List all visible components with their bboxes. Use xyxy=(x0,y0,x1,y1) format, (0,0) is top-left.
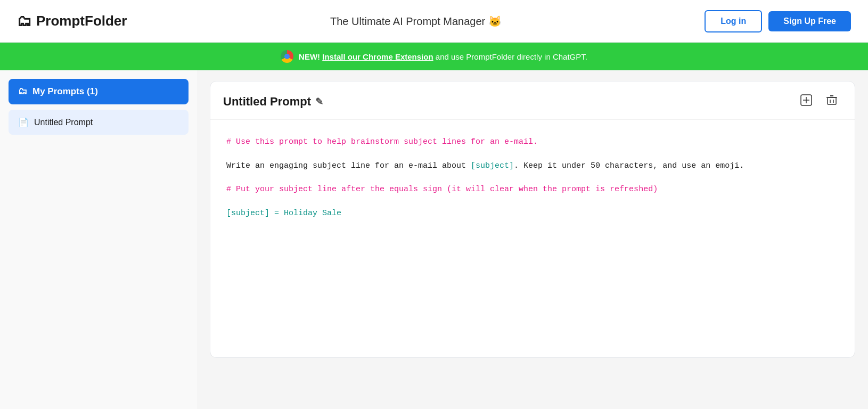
chrome-icon xyxy=(281,50,293,63)
login-button[interactable]: Log in xyxy=(705,10,762,32)
prompt-body: # Use this prompt to help brainstorm sub… xyxy=(210,120,855,357)
folder-icon: 🗂 xyxy=(18,86,27,97)
prompt-assign-value: = Holiday Sale xyxy=(269,209,341,218)
logo-text-normal: Prompt xyxy=(36,13,85,29)
prompt-text-post: . Keep it under 50 characters, and use a… xyxy=(514,161,744,170)
header-title: The Ultimate AI Prompt Manager 🐱 xyxy=(330,15,502,28)
prompt-title-text: Untitled Prompt xyxy=(223,95,311,109)
add-icon xyxy=(800,94,812,106)
delete-prompt-button[interactable] xyxy=(822,92,842,111)
sidebar-folder[interactable]: 🗂 My Prompts (1) xyxy=(9,79,189,104)
signup-button[interactable]: Sign Up Free xyxy=(768,11,851,31)
chrome-extension-link[interactable]: Install our Chrome Extension xyxy=(322,52,433,61)
logo-text: PromptFolder xyxy=(36,13,127,29)
svg-rect-3 xyxy=(828,97,836,104)
header: 🗂 PromptFolder The Ultimate AI Prompt Ma… xyxy=(0,0,868,43)
prompt-comment-1: # Use this prompt to help brainstorm sub… xyxy=(226,137,538,146)
folder-label: My Prompts (1) xyxy=(32,86,98,97)
main-content: Untitled Prompt ✎ xyxy=(197,70,868,409)
banner-suffix: and use PromptFolder directly in ChatGPT… xyxy=(436,52,587,61)
logo: 🗂 PromptFolder xyxy=(17,12,127,30)
prompt-header: Untitled Prompt ✎ xyxy=(210,81,855,120)
item-icon: 📄 xyxy=(18,117,29,127)
prompt-line-4: [subject] = Holiday Sale xyxy=(226,206,839,222)
logo-icon: 🗂 xyxy=(17,12,32,30)
banner-new-label: NEW! xyxy=(299,52,320,61)
main-layout: 🗂 My Prompts (1) 📄 Untitled Prompt Untit… xyxy=(0,70,868,409)
prompt-line-2: Write an engaging subject line for an e-… xyxy=(226,159,839,174)
prompt-text-pre: Write an engaging subject line for an e-… xyxy=(226,161,471,170)
edit-title-icon[interactable]: ✎ xyxy=(315,96,323,108)
promo-banner: NEW! Install our Chrome Extension and us… xyxy=(0,43,868,70)
header-title-text: The Ultimate AI Prompt Manager 🐱 xyxy=(330,15,502,28)
sidebar: 🗂 My Prompts (1) 📄 Untitled Prompt xyxy=(0,70,197,409)
prompt-line-1: # Use this prompt to help brainstorm sub… xyxy=(226,135,839,150)
banner-text: NEW! Install our Chrome Extension and us… xyxy=(299,52,587,61)
sidebar-item-label: Untitled Prompt xyxy=(34,118,93,127)
prompt-variable-subject-assign: [subject] xyxy=(226,209,269,218)
prompt-card: Untitled Prompt ✎ xyxy=(210,81,855,358)
prompt-line-3: # Put your subject line after the equals… xyxy=(226,182,839,198)
header-actions: Log in Sign Up Free xyxy=(705,10,851,32)
logo-text-bold: Folder xyxy=(85,13,127,29)
add-prompt-button[interactable] xyxy=(796,92,816,111)
prompt-variable-subject: [subject] xyxy=(471,161,514,170)
prompt-actions xyxy=(796,92,842,111)
trash-icon xyxy=(826,94,838,106)
prompt-title: Untitled Prompt ✎ xyxy=(223,95,323,109)
sidebar-item-untitled-prompt[interactable]: 📄 Untitled Prompt xyxy=(9,110,189,135)
prompt-comment-2: # Put your subject line after the equals… xyxy=(226,185,658,194)
